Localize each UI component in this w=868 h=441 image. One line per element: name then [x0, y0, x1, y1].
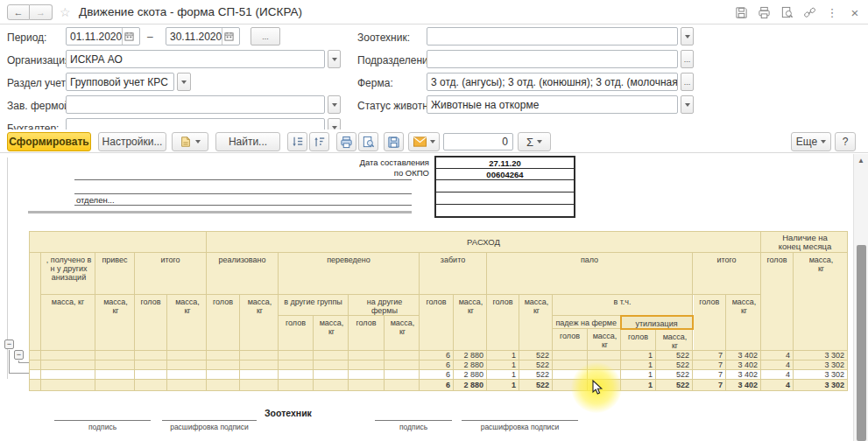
data-cell[interactable]	[385, 369, 420, 379]
data-cell[interactable]	[95, 360, 135, 369]
data-cell[interactable]	[349, 360, 385, 369]
data-cell[interactable]	[349, 369, 385, 379]
data-cell[interactable]	[588, 350, 621, 360]
zootechnician-dropdown-button[interactable]	[681, 27, 694, 46]
favorite-star-icon[interactable]: ☆	[60, 5, 71, 19]
data-cell[interactable]: 1	[621, 350, 656, 360]
print-button[interactable]	[336, 132, 356, 151]
data-cell[interactable]	[30, 369, 41, 379]
code-cell-empty[interactable]	[436, 180, 574, 192]
header-heads[interactable]: голов	[135, 295, 167, 351]
header-gain[interactable]: привес	[95, 253, 135, 295]
code-cell-empty[interactable]	[436, 192, 574, 205]
data-cell[interactable]: 6	[420, 360, 454, 369]
band-rashod-cell[interactable]: РАСХОД	[207, 232, 761, 253]
period-from-input[interactable]: 01.11.2020	[66, 27, 140, 46]
data-cell[interactable]	[385, 360, 420, 369]
collapse-group-level1-button[interactable]: −	[4, 340, 14, 349]
expand-groups-button[interactable]	[287, 132, 307, 151]
period-more-button[interactable]: ...	[251, 27, 280, 46]
data-cell[interactable]: 1	[487, 360, 519, 369]
data-cell[interactable]	[135, 360, 167, 369]
data-cell[interactable]: 1	[621, 369, 656, 379]
band-prihod-cell[interactable]	[30, 232, 207, 253]
data-cell[interactable]	[207, 360, 240, 369]
farm-input[interactable]: 3 отд. (ангусы); 3 отд. (конюшня); 3 отд…	[427, 73, 678, 91]
header-mass[interactable]: масса, кг	[519, 295, 553, 351]
data-cell[interactable]: 6	[420, 379, 454, 390]
data-cell[interactable]	[207, 379, 240, 390]
header-heads[interactable]: голов	[279, 316, 314, 351]
back-button[interactable]: ←	[7, 4, 30, 20]
data-cell[interactable]: 4	[761, 350, 794, 360]
data-cell[interactable]: 6	[420, 350, 454, 360]
header-received[interactable]: , получено в н у других анизаций	[41, 253, 95, 295]
header-balance-heads[interactable]: голов	[761, 253, 794, 351]
zootechnician-input[interactable]	[427, 27, 678, 46]
data-cell[interactable]: 522	[656, 350, 693, 360]
header-mass[interactable]: масса, кг	[314, 316, 349, 351]
data-cell[interactable]	[95, 350, 135, 360]
header-mass[interactable]: масса, кг	[726, 295, 761, 351]
header-mass[interactable]: масса, кг	[588, 329, 621, 351]
data-cell[interactable]: 1	[621, 360, 656, 369]
preview-icon[interactable]	[779, 4, 794, 20]
report-spreadsheet[interactable]: Дата составления по ОКПО 27.11.20 006042…	[0, 154, 853, 441]
data-cell[interactable]: 2 880	[454, 379, 487, 390]
header-heads[interactable]: голов	[420, 295, 454, 351]
data-cell[interactable]: 3 402	[726, 379, 761, 390]
header-slaughtered[interactable]: забито	[420, 253, 487, 295]
header-mass[interactable]: масса, кг	[95, 295, 135, 351]
data-cell[interactable]: 1	[487, 379, 519, 390]
header-cell[interactable]	[30, 253, 41, 351]
generate-button[interactable]: Сформировать	[7, 132, 91, 151]
header-died[interactable]: пало	[487, 253, 693, 295]
send-email-button[interactable]	[408, 132, 440, 151]
period-to-input[interactable]: 30.11.2020	[166, 27, 240, 46]
data-cell[interactable]: 522	[656, 360, 693, 369]
data-cell[interactable]	[279, 360, 314, 369]
data-cell[interactable]: 7	[693, 379, 726, 390]
data-cell[interactable]: 7	[693, 360, 726, 369]
collapse-groups-button[interactable]	[309, 132, 329, 151]
section-dropdown-button[interactable]	[177, 73, 191, 91]
data-cell[interactable]	[41, 350, 95, 360]
header-fall-on-farm[interactable]: падеж на ферме	[553, 316, 621, 329]
data-cell[interactable]: 3 302	[794, 369, 848, 379]
data-cell[interactable]	[314, 360, 349, 369]
header-heads[interactable]: голов	[487, 295, 519, 351]
data-cell[interactable]	[279, 369, 314, 379]
scroll-up-arrow[interactable]: ▲	[857, 157, 864, 164]
header-total-in[interactable]: итого	[135, 253, 207, 295]
data-cell[interactable]: 522	[519, 369, 553, 379]
farm-manager-input[interactable]	[66, 95, 325, 114]
table-row[interactable]: 62 8801522152273 40243 302	[30, 379, 848, 390]
data-cell[interactable]	[385, 350, 420, 360]
calendar-icon[interactable]	[122, 28, 136, 45]
data-cell[interactable]: 3 302	[794, 379, 848, 390]
data-cell[interactable]: 3 302	[794, 360, 848, 369]
animal-status-dropdown-button[interactable]	[681, 95, 694, 114]
data-cell[interactable]: 2 880	[454, 350, 487, 360]
data-cell[interactable]: 522	[519, 360, 553, 369]
data-cell[interactable]: 2 880	[454, 369, 487, 379]
animal-status-input[interactable]: Животные на откорме	[427, 95, 678, 114]
data-cell[interactable]	[349, 350, 385, 360]
collapse-group-level2-button[interactable]: −	[14, 350, 24, 360]
more-actions-button[interactable]: Еще	[791, 132, 831, 151]
data-cell[interactable]	[41, 369, 95, 379]
data-cell[interactable]	[30, 360, 41, 369]
data-cell[interactable]: 6	[420, 369, 454, 379]
data-cell[interactable]	[385, 379, 420, 390]
data-cell[interactable]	[167, 379, 207, 390]
data-cell[interactable]	[240, 379, 279, 390]
code-cell-empty[interactable]	[436, 205, 574, 216]
data-cell[interactable]	[240, 360, 279, 369]
data-cell[interactable]: 1	[621, 379, 656, 390]
data-cell[interactable]	[279, 379, 314, 390]
data-cell[interactable]: 522	[656, 379, 693, 390]
data-cell[interactable]	[349, 379, 385, 390]
farm-more-button[interactable]: ...	[681, 73, 694, 91]
header-utilization-selected[interactable]: утилизация	[621, 316, 693, 329]
data-cell[interactable]: 2 880	[454, 360, 487, 369]
